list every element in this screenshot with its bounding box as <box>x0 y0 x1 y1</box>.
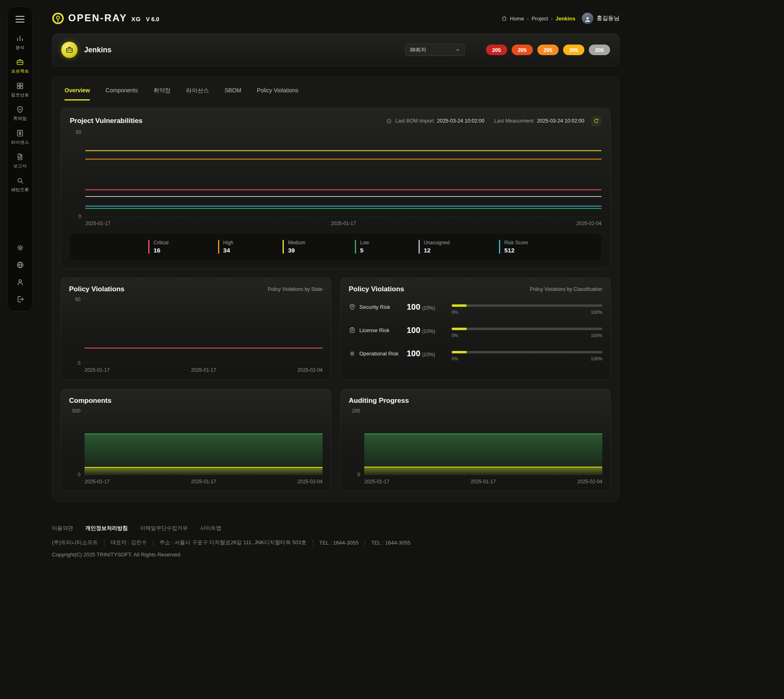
sidebar-item-label: 프로젝트 <box>11 68 29 74</box>
range-min: 0% <box>452 356 458 361</box>
y-tick-max: 50 <box>76 130 81 135</box>
severity-badge-medium[interactable]: 205 <box>537 45 559 55</box>
vulnerabilities-meta: Last BOM Import 2025-03-24 10:02:00 Last… <box>386 116 601 126</box>
x-tick: 2025-01-17 <box>85 221 110 226</box>
y-tick-min: 0 <box>78 472 80 478</box>
security-shield-icon <box>349 304 356 310</box>
x-tick: 2025-01-17 <box>85 367 109 373</box>
footer-link-sitemap[interactable]: 사이트맵 <box>200 525 221 532</box>
sidebar: 분석 프로젝트 컴포넌트 취약점 라이센스 <box>7 7 33 311</box>
breadcrumb-separator: › <box>527 16 528 22</box>
last-measurement-label: Last Measurment <box>494 118 534 124</box>
stat-color-bar <box>218 240 219 254</box>
stat-label: Low <box>360 240 369 246</box>
policy-state-title: Policy Violations <box>69 285 125 293</box>
range-max: 100% <box>591 310 602 315</box>
sidebar-item-components[interactable]: 컴포넌트 <box>8 80 32 99</box>
sidebar-item-label: 라이센스 <box>11 139 29 145</box>
x-tick: 2025-02-04 <box>298 479 323 485</box>
tab-overview[interactable]: Overview <box>65 87 90 100</box>
globe-icon[interactable] <box>16 261 24 269</box>
tab-sbom[interactable]: SBOM <box>225 87 241 100</box>
briefcase-icon <box>16 58 24 66</box>
stat-unassigned: Unassigned 12 <box>419 240 450 254</box>
footer-link-privacy[interactable]: 개인정보처리방침 <box>85 525 128 532</box>
bar-chart-icon <box>16 34 24 42</box>
components-chart <box>85 411 323 475</box>
sidebar-item-license[interactable]: 라이센스 <box>8 128 32 147</box>
round-select-value: 38회차 <box>410 46 426 54</box>
policy-row-value: 100 <box>407 326 420 335</box>
stat-critical: Critical 16 <box>148 240 169 254</box>
policy-class-title: Policy Violations <box>349 285 404 293</box>
y-tick-max: 500 <box>72 408 80 414</box>
policy-row-pct: (10%) <box>422 305 435 311</box>
vulnerabilities-chart <box>85 132 601 217</box>
app-version: V 6.0 <box>146 16 159 22</box>
sidebar-item-project[interactable]: 프로젝트 <box>8 57 32 76</box>
x-tick: 2025-01-17 <box>331 221 356 226</box>
stat-value: 34 <box>223 247 234 254</box>
footer-links: 이용약관 개인정보처리방침 이메일무단수집거부 사이트맵 <box>52 525 619 532</box>
license-icon <box>16 129 24 137</box>
project-header-card: Jenkins 38회차 205 205 205 205 205 <box>52 33 619 66</box>
breadcrumb-separator: › <box>551 16 552 22</box>
y-axis: 50 0 <box>69 299 85 364</box>
y-tick-max: 50 <box>75 297 80 302</box>
gear-icon[interactable] <box>16 243 24 252</box>
stat-value: 16 <box>154 247 169 254</box>
sidebar-item-pattern-search[interactable]: 패턴조회 <box>8 175 32 194</box>
footer-link-terms[interactable]: 이용약관 <box>52 525 73 532</box>
clock-icon <box>386 118 392 124</box>
tab-vulnerabilities[interactable]: 취약점 <box>154 87 171 100</box>
stat-risk-score: Risk Score 512 <box>499 240 528 254</box>
sidebar-item-analysis[interactable]: 분석 <box>8 33 32 52</box>
last-bom-import-label: Last BOM Import <box>395 118 434 124</box>
page: OPEN-RAY XG V 6.0 Home › Project › Jenki… <box>52 0 619 558</box>
round-select[interactable]: 38회차 <box>405 44 465 56</box>
logout-icon[interactable] <box>16 295 24 304</box>
menu-toggle-icon[interactable] <box>16 16 24 22</box>
tab-licenses[interactable]: 라이선스 <box>186 87 209 100</box>
company-address: 주소 : 서울시 구로구 디지털로26길 111, JNK디지털타워 503호 <box>153 539 313 546</box>
sidebar-item-vulnerabilities[interactable]: 취약점 <box>8 104 32 123</box>
report-icon <box>16 153 24 161</box>
range-max: 100% <box>591 356 602 361</box>
project-vulnerabilities-card: Project Vulnerabilities Last BOM Import … <box>60 108 611 268</box>
sidebar-item-label: 컴포넌트 <box>11 92 29 98</box>
severity-badge-unassigned[interactable]: 205 <box>589 45 610 55</box>
sidebar-item-label: 패턴조회 <box>11 187 29 193</box>
stat-label: Critical <box>154 240 169 246</box>
footer-copyright: Copyright(C) 2025 TRINITYSOFT. All Right… <box>52 552 619 558</box>
policy-row-bar: 0% 100% <box>452 304 602 315</box>
topbar-right: Home › Project › Jenkins 홍길동님 <box>501 13 619 24</box>
tab-policy-violations[interactable]: Policy Violations <box>257 87 298 100</box>
range-max: 100% <box>591 333 602 338</box>
avatar[interactable] <box>582 13 593 24</box>
license-doc-icon <box>349 327 356 334</box>
stat-value: 512 <box>504 247 528 254</box>
severity-badge-critical[interactable]: 205 <box>486 45 507 55</box>
policy-row-pct: (10%) <box>422 328 435 334</box>
tab-components[interactable]: Components <box>105 87 138 100</box>
user-menu[interactable]: 홍길동님 <box>582 13 619 24</box>
breadcrumb-home[interactable]: Home <box>510 16 524 22</box>
refresh-button[interactable] <box>591 116 601 126</box>
breadcrumb-current[interactable]: Jenkins <box>556 16 575 22</box>
policy-row-label: Security Risk <box>359 304 407 310</box>
y-axis: 200 0 <box>349 411 364 475</box>
progress-fill <box>452 328 467 330</box>
stat-medium: Medium 39 <box>283 240 305 254</box>
severity-badge-low[interactable]: 205 <box>563 45 584 55</box>
app-logo: OPEN-RAY XG V 6.0 <box>52 12 159 25</box>
sidebar-item-label: 보고서 <box>13 163 27 169</box>
footer-link-email[interactable]: 이메일무단수집거부 <box>140 525 188 532</box>
company-tel: TEL : 1644-3055 <box>365 540 416 546</box>
main-panel: Overview Components 취약점 라이선스 SBOM Policy… <box>52 77 619 502</box>
user-icon[interactable] <box>16 278 24 286</box>
sidebar-item-report[interactable]: 보고서 <box>8 152 32 170</box>
breadcrumb-project[interactable]: Project <box>532 16 548 22</box>
severity-badge-high[interactable]: 205 <box>512 45 533 55</box>
policy-state-subtitle: Policy Violations by State <box>267 286 323 292</box>
progress-fill <box>452 304 467 307</box>
